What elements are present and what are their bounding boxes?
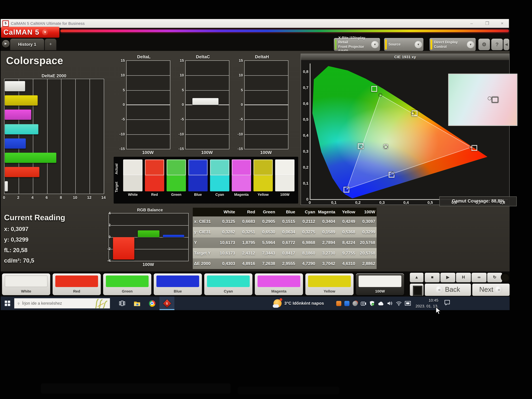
chrome-icon[interactable] [145,297,159,310]
cell-value: 0,2905 [256,216,277,227]
deltae-x-tick: 4 [32,195,33,200]
mail-blue-icon[interactable] [344,301,349,306]
actual-row-label: Actual [114,160,119,178]
meter-dropdown[interactable]: X-Rite i1Display Retail Front Projector … [334,38,380,51]
mouse-cursor [436,307,442,315]
calman-taskbar-icon[interactable]: 5 [159,297,174,310]
start-button[interactable] [1,297,14,310]
display-control-dropdown[interactable]: Direct Display Control ▼ [430,38,476,51]
search-placeholder: Írjon ide a kereséshez [22,301,62,306]
cie-y-tick: 0,8 [303,70,308,74]
stop-button[interactable]: ■ [425,273,440,282]
onedrive-cloud-icon[interactable] [378,301,384,305]
cell-value: 4,6310 [337,259,357,269]
logo-dropdown-icon[interactable]: ▼ [42,29,48,35]
whitepoint-zoom-inset [448,74,518,126]
swatch-label: 100W [275,192,294,196]
pattern-button-green[interactable]: Green [103,273,151,295]
table-row: x: CIE310,31250,66830,29050,15150,21120,… [193,216,377,227]
gridline [90,79,90,194]
add-tab-button[interactable]: + [45,39,56,50]
settings-gear-icon[interactable]: ⚙ [478,39,490,50]
pattern-button-yellow[interactable]: Yellow [305,273,354,295]
pattern-button-blue[interactable]: Blue [154,273,202,295]
tab-scroll-button[interactable]: ▶ [2,40,10,48]
pattern-button-cyan[interactable]: Cyan [204,273,252,295]
close-button[interactable]: × [495,19,510,28]
minimize-button[interactable]: – [464,19,479,28]
taskbar-search-input[interactable]: ⌕ Írjon ide a kereséshez [14,298,110,308]
calendar-orange-icon[interactable] [336,301,341,306]
display-icon[interactable] [405,301,411,306]
action-center-icon[interactable] [444,299,450,307]
pattern-button-100w[interactable]: 100W [356,273,404,295]
task-view-icon[interactable] [115,297,130,310]
chevron-down-icon[interactable]: ▼ [371,41,379,48]
swatch-label: Blue [188,192,208,196]
rgb-y-tick: 0 [109,235,111,239]
measured-circle-marker [469,146,473,149]
calman-logo-text: CalMAN 5 [3,28,39,36]
table-row: Target Y10,61732,43127,34430,84178,18603… [193,248,377,259]
zero-line [245,105,288,105]
tab-history-1[interactable]: History 1 [10,39,44,50]
mini-y-tick: -15 [119,147,125,151]
cie-1931-panel: CIE 1931 xy [301,54,510,205]
deltae-bar-white [5,181,8,191]
next-button[interactable]: Next » [472,284,510,296]
refresh-button[interactable]: ↻ [487,273,502,282]
file-explorer-icon[interactable] [130,297,145,310]
zero-tick [127,105,129,105]
gridline [245,120,288,120]
calman-logo[interactable]: CalMAN 5 ▼ [1,27,59,38]
restore-button[interactable]: ❐ [480,19,495,28]
pattern-button-white[interactable]: White [2,273,50,295]
cell-value: 5,5964 [256,238,277,248]
cie-y-tick: 0,4 [303,133,308,137]
chevron-down-icon[interactable]: ▼ [467,41,474,48]
target-swatch [253,175,273,191]
gridline [127,120,170,120]
cie-x-tick: 0,8 [500,201,505,205]
help-icon[interactable]: ? [491,39,503,50]
reading-value: 20,58 [13,247,27,253]
taskbar-weather[interactable]: 3°C Időnként napos [273,299,324,307]
collapse-panel-icon[interactable]: ◀ [504,39,509,50]
cie-x-tick: 0,2 [355,201,361,205]
mini-y-tick: 5 [241,88,243,92]
window-titlebar: 5 CalMAN 5 CalMAN Ultimate for Business [1,19,509,28]
deltal-chart: DeltaL151050-5-10-15100W [117,54,170,156]
pattern-window-button[interactable] [410,284,423,296]
deltah-chart: DeltaH151050-5-10-15100W [235,54,288,156]
pattern-button-red[interactable]: Red [53,273,101,295]
pattern-button-magenta[interactable]: Magenta [255,273,303,295]
cie-x-tick: 0,5 [428,201,433,205]
camera-icon[interactable] [361,301,366,306]
cell-value: 0,8417 [277,248,297,259]
pattern-window-button[interactable]: H [456,273,471,282]
pattern-label: 100W [356,289,404,293]
gridline [127,90,170,90]
security-shield-icon[interactable] [369,301,375,306]
measured-circle-marker [411,112,415,115]
meter-line1: X-Rite i1Display Retail [338,36,365,44]
cell-value: 0,6530 [256,227,277,238]
pattern-swatch [55,276,98,287]
app-red-icon[interactable] [352,301,358,306]
taskbar-clock[interactable]: 10:45 2023. 01. 13. [416,298,438,309]
wifi-icon[interactable] [396,301,402,305]
table-row: ΔE 20000,43034,89167,26382,95554,72903,7… [193,259,377,269]
continuous-button[interactable]: ∞ [472,273,487,282]
cie-x-tick: 0 [309,201,311,205]
play-button[interactable]: ▶ [440,273,455,282]
cie-y-tick: 0,7 [303,85,308,89]
scroll-up-button[interactable]: ▲ [410,273,423,282]
source-dropdown[interactable]: Source ▼ [384,38,423,51]
header-spacer [193,208,216,216]
cell-value: 0,6772 [277,238,297,248]
zero-tick [245,105,247,105]
back-button[interactable]: « Back [425,284,471,296]
keyboard-reflection [41,383,231,394]
volume-icon[interactable] [387,301,393,306]
chevron-down-icon[interactable]: ▼ [415,41,422,48]
